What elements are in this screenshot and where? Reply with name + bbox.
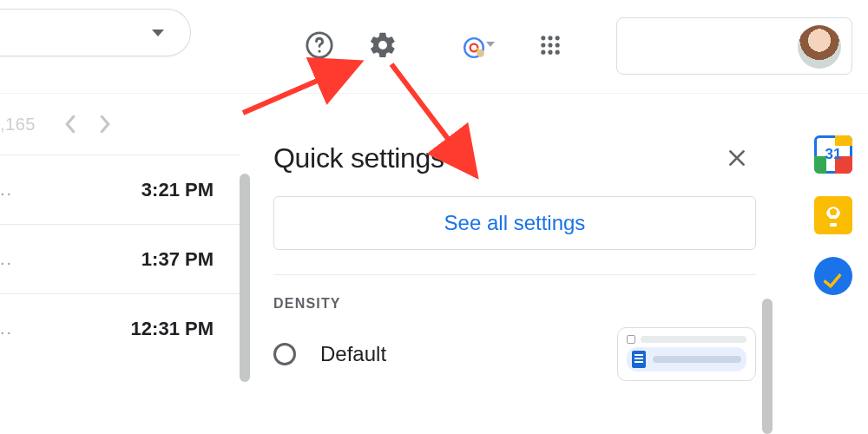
apps-button[interactable] — [533, 28, 568, 62]
chevron-right-icon — [99, 115, 111, 133]
scrollbar[interactable] — [240, 174, 250, 382]
email-time: 3:21 PM — [141, 179, 214, 201]
close-button[interactable] — [720, 141, 754, 175]
svg-point-4 — [477, 49, 484, 57]
density-option-default[interactable]: Default — [254, 327, 775, 381]
svg-point-8 — [541, 43, 545, 47]
settings-button[interactable] — [365, 28, 400, 62]
svg-point-6 — [548, 36, 552, 40]
svg-point-11 — [541, 50, 545, 55]
density-option-label: Default — [320, 342, 617, 366]
compose-dropdown[interactable] — [0, 9, 191, 56]
at-icon — [463, 36, 485, 59]
email-preview-truncated: .. — [0, 319, 13, 339]
apps-grid-icon — [538, 33, 562, 57]
chevron-down-icon — [152, 30, 164, 36]
calendar-app-button[interactable]: 31 — [814, 135, 852, 174]
email-time: 1:37 PM — [141, 248, 214, 271]
email-preview-truncated: .. — [0, 180, 13, 200]
svg-point-9 — [548, 43, 552, 47]
avatar — [798, 25, 841, 69]
chat-status-chevron-icon[interactable] — [486, 42, 495, 47]
keep-app-button[interactable] — [814, 196, 852, 234]
gear-icon — [368, 30, 398, 60]
side-panel: 31 — [799, 113, 868, 434]
panel-header: Quick settings — [254, 116, 775, 196]
see-all-settings-button[interactable]: See all settings — [273, 196, 756, 250]
email-time: 12:31 PM — [131, 318, 214, 340]
email-row[interactable]: .. 1:37 PM — [0, 224, 240, 293]
calendar-day: 31 — [825, 146, 842, 163]
svg-point-5 — [541, 36, 545, 40]
chat-status-button[interactable] — [457, 30, 491, 65]
scrollbar[interactable] — [762, 299, 773, 434]
chevron-left-icon — [64, 115, 76, 133]
help-icon — [305, 30, 334, 60]
radio-unchecked-icon[interactable] — [273, 343, 296, 365]
email-list: ,165 .. 3:21 PM .. 1:37 PM .. 12:31 PM — [0, 94, 240, 434]
see-all-label: See all settings — [444, 211, 586, 235]
pagination-bar: ,165 — [0, 94, 240, 155]
prev-page-button[interactable] — [53, 107, 88, 141]
close-icon — [726, 147, 748, 169]
next-page-button[interactable] — [88, 107, 122, 141]
email-row[interactable]: .. 3:21 PM — [0, 155, 240, 224]
email-count: ,165 — [0, 115, 36, 135]
quick-settings-panel: Quick settings See all settings DENSITY … — [254, 116, 775, 434]
email-preview-truncated: .. — [0, 249, 13, 269]
help-button[interactable] — [302, 28, 337, 62]
top-bar — [0, 0, 868, 94]
account-switcher[interactable] — [616, 17, 852, 75]
density-preview — [617, 327, 756, 381]
email-row[interactable]: .. 12:31 PM — [0, 293, 240, 363]
svg-point-13 — [556, 50, 560, 55]
tasks-app-button[interactable] — [814, 257, 852, 295]
svg-point-3 — [470, 44, 478, 52]
svg-point-1 — [318, 49, 320, 52]
svg-point-12 — [548, 50, 552, 55]
svg-point-10 — [556, 43, 560, 47]
panel-title: Quick settings — [273, 142, 720, 174]
svg-point-7 — [556, 36, 560, 40]
density-section-label: DENSITY — [254, 275, 775, 327]
